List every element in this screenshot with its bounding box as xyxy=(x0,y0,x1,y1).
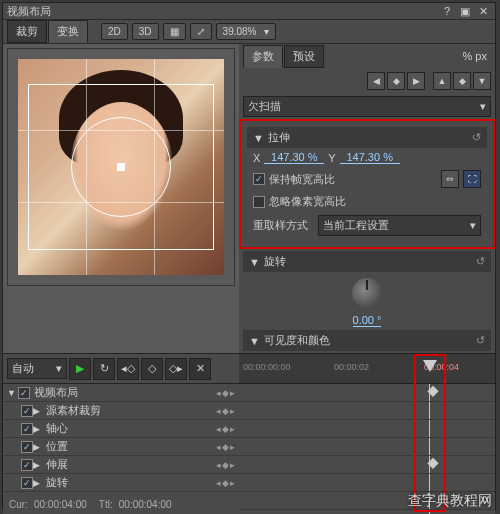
ignore-pixel-label: 忽略像素宽高比 xyxy=(269,194,346,209)
section-stretch-title: 拉伸 xyxy=(268,130,290,145)
section-rotate-header[interactable]: ▼ 旋转 ↺ xyxy=(243,251,491,272)
close-button[interactable]: ✕ xyxy=(475,3,491,19)
fit-width-button[interactable]: ⇔ xyxy=(441,170,459,188)
track-row[interactable]: ✓▶伸展◂◆▸ xyxy=(3,456,239,474)
guides-button[interactable]: ▦ xyxy=(163,23,186,40)
keep-aspect-label: 保持帧宽高比 xyxy=(269,172,335,187)
track-row[interactable]: ▼✓视频布局◂◆▸ xyxy=(3,384,239,402)
prev-kf-button[interactable]: ◂◇ xyxy=(117,358,139,380)
watermark: 查字典教程网 xyxy=(408,492,492,510)
stretch-x-label: X xyxy=(253,152,260,164)
zoom-dropdown[interactable]: 39.08%▾ xyxy=(216,23,276,40)
ruler-tick: 00:00:02 xyxy=(334,362,369,372)
window-title: 视频布局 xyxy=(7,4,51,19)
section-visibility-title: 可见度和颜色 xyxy=(264,333,330,348)
play-mode-dropdown[interactable]: 自动▾ xyxy=(7,358,67,379)
preview-viewport[interactable] xyxy=(7,48,235,286)
chevron-down-icon: ▾ xyxy=(480,100,486,113)
unit-label[interactable]: % px xyxy=(463,50,487,62)
chevron-down-icon: ▾ xyxy=(470,219,476,232)
reset-icon[interactable]: ↺ xyxy=(472,131,481,144)
tab-presets[interactable]: 预设 xyxy=(284,45,324,68)
track-row[interactable]: ✓▶轴心◂◆▸ xyxy=(3,420,239,438)
scan-mode-dropdown[interactable]: 欠扫描 ▾ xyxy=(243,96,491,117)
highlight-box xyxy=(414,354,446,512)
resample-value: 当前工程设置 xyxy=(323,218,389,233)
resample-dropdown[interactable]: 当前工程设置 ▾ xyxy=(318,215,481,236)
mode-2d-button[interactable]: 2D xyxy=(101,23,128,40)
tab-transform[interactable]: 变换 xyxy=(48,20,88,43)
collapse-arrow-icon: ▼ xyxy=(249,256,260,268)
track-row[interactable]: ✓▶旋转◂◆▸ xyxy=(3,474,239,492)
ignore-pixel-checkbox[interactable] xyxy=(253,196,265,208)
help-button[interactable]: ? xyxy=(439,3,455,19)
chevron-down-icon: ▾ xyxy=(56,362,62,375)
nudge-center[interactable]: ◆ xyxy=(387,72,405,90)
section-visibility-header[interactable]: ▼ 可见度和颜色 ↺ xyxy=(243,330,491,351)
delete-kf-button[interactable]: ✕ xyxy=(189,358,211,380)
chevron-down-icon: ▾ xyxy=(264,26,269,37)
add-kf-button[interactable]: ◇ xyxy=(141,358,163,380)
stretch-x-input[interactable]: 147.30 % xyxy=(264,151,324,164)
section-stretch-header[interactable]: ▼ 拉伸 ↺ xyxy=(247,127,487,148)
track-row[interactable]: ✓▶源素材裁剪◂◆▸ xyxy=(3,402,239,420)
next-kf-button[interactable]: ◇▸ xyxy=(165,358,187,380)
rotate-value-input[interactable]: 0.00 ° xyxy=(353,314,382,327)
rotate-knob[interactable] xyxy=(352,278,382,308)
play-button[interactable]: ▶ xyxy=(69,358,91,380)
timeline-ruler[interactable]: 00:00:00:00 00:00:02 00:00:04 xyxy=(239,354,495,384)
reset-icon[interactable]: ↺ xyxy=(476,334,485,347)
track-list: ▼✓视频布局◂◆▸ ✓▶源素材裁剪◂◆▸ ✓▶轴心◂◆▸ ✓▶位置◂◆▸ ✓▶伸… xyxy=(3,384,239,493)
section-rotate-title: 旋转 xyxy=(264,254,286,269)
loop-button[interactable]: ↻ xyxy=(93,358,115,380)
stretch-y-label: Y xyxy=(328,152,335,164)
resample-label: 重取样方式 xyxy=(253,218,308,233)
nudge-up[interactable]: ▲ xyxy=(433,72,451,90)
nudge-mid[interactable]: ◆ xyxy=(453,72,471,90)
nudge-left[interactable]: ◀ xyxy=(367,72,385,90)
scan-mode-value: 欠扫描 xyxy=(248,99,281,114)
fit-screen-button[interactable]: ⛶ xyxy=(463,170,481,188)
center-handle[interactable] xyxy=(117,163,125,171)
zoom-tool-button[interactable]: ⤢ xyxy=(190,23,212,40)
track-row[interactable]: ✓▶位置◂◆▸ xyxy=(3,438,239,456)
mode-3d-button[interactable]: 3D xyxy=(132,23,159,40)
keep-aspect-checkbox[interactable]: ✓ xyxy=(253,173,265,185)
zoom-value: 39.08% xyxy=(223,26,257,37)
collapse-arrow-icon: ▼ xyxy=(253,132,264,144)
tab-params[interactable]: 参数 xyxy=(243,45,283,68)
stretch-y-input[interactable]: 147.30 % xyxy=(340,151,400,164)
ruler-tick: 00:00:00:00 xyxy=(243,362,291,372)
tab-crop[interactable]: 裁剪 xyxy=(7,20,47,43)
nudge-down[interactable]: ▼ xyxy=(473,72,491,90)
expand-button[interactable]: ▣ xyxy=(457,3,473,19)
reset-icon[interactable]: ↺ xyxy=(476,255,485,268)
nudge-right[interactable]: ▶ xyxy=(407,72,425,90)
collapse-arrow-icon: ▼ xyxy=(249,335,260,347)
time-display: Cur: 00:00:04:00 Ttl: 00:00:04:00 xyxy=(9,499,233,510)
